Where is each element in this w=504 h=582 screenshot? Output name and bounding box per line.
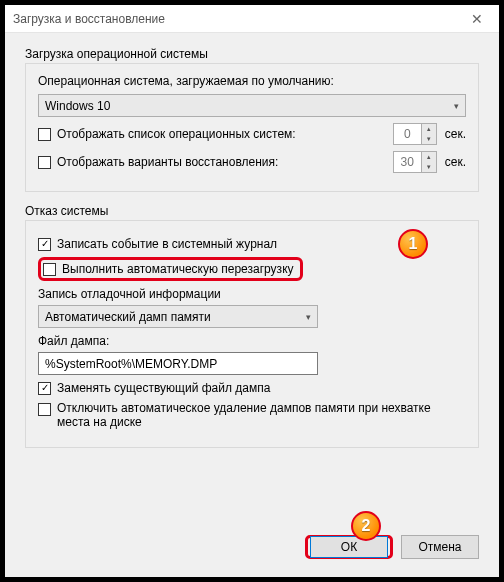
dialog-buttons: 2 ОК Отмена bbox=[5, 523, 499, 577]
seconds-unit: сек. bbox=[445, 127, 466, 141]
ok-button-highlight: ОК bbox=[305, 535, 393, 559]
dump-type-select[interactable]: Автоматический дамп памяти ▾ bbox=[38, 305, 318, 328]
dump-type-value: Автоматический дамп памяти bbox=[45, 310, 211, 324]
overwrite-checkbox[interactable]: ✓ bbox=[38, 382, 51, 395]
debug-info-label: Запись отладочной информации bbox=[38, 287, 466, 301]
disable-auto-delete-label: Отключить автоматическое удаление дампов… bbox=[57, 401, 466, 429]
callout-2: 2 bbox=[351, 511, 381, 541]
dump-file-label: Файл дампа: bbox=[38, 334, 466, 348]
startup-group: Загрузка операционной системы Операционн… bbox=[25, 47, 479, 192]
default-os-label: Операционная система, загружаемая по умо… bbox=[38, 74, 466, 88]
disable-auto-delete-checkbox[interactable] bbox=[38, 403, 51, 416]
spinner-down-icon[interactable]: ▼ bbox=[422, 162, 436, 172]
show-os-list-seconds[interactable]: 0 ▲▼ bbox=[393, 123, 437, 145]
spinner-up-icon[interactable]: ▲ bbox=[422, 152, 436, 162]
log-event-checkbox[interactable]: ✓ bbox=[38, 238, 51, 251]
show-recovery-checkbox[interactable] bbox=[38, 156, 51, 169]
log-event-label: Записать событие в системный журнал bbox=[57, 237, 277, 251]
seconds-unit: сек. bbox=[445, 155, 466, 169]
chevron-down-icon: ▾ bbox=[454, 101, 459, 111]
overwrite-label: Заменять существующий файл дампа bbox=[57, 381, 270, 395]
spinner-up-icon[interactable]: ▲ bbox=[422, 124, 436, 134]
window-title: Загрузка и восстановление bbox=[13, 12, 463, 26]
failure-group: Отказ системы ✓ Записать событие в систе… bbox=[25, 204, 479, 448]
cancel-button[interactable]: Отмена bbox=[401, 535, 479, 559]
default-os-value: Windows 10 bbox=[45, 99, 110, 113]
content-area: Загрузка операционной системы Операционн… bbox=[5, 33, 499, 523]
ok-button[interactable]: ОК bbox=[310, 536, 388, 558]
default-os-select[interactable]: Windows 10 ▾ bbox=[38, 94, 466, 117]
auto-restart-label: Выполнить автоматическую перезагрузку bbox=[62, 262, 294, 276]
failure-group-label: Отказ системы bbox=[25, 204, 479, 218]
auto-restart-checkbox[interactable] bbox=[43, 263, 56, 276]
close-icon[interactable]: ✕ bbox=[463, 9, 491, 29]
chevron-down-icon: ▾ bbox=[306, 312, 311, 322]
spinner-down-icon[interactable]: ▼ bbox=[422, 134, 436, 144]
show-recovery-seconds[interactable]: 30 ▲▼ bbox=[393, 151, 437, 173]
callout-1: 1 bbox=[398, 229, 428, 259]
dialog-window: Загрузка и восстановление ✕ Загрузка опе… bbox=[5, 5, 499, 577]
startup-group-label: Загрузка операционной системы bbox=[25, 47, 479, 61]
show-os-list-label: Отображать список операционных систем: bbox=[57, 127, 383, 141]
auto-restart-highlight: Выполнить автоматическую перезагрузку bbox=[38, 257, 303, 281]
show-os-list-checkbox[interactable] bbox=[38, 128, 51, 141]
show-recovery-label: Отображать варианты восстановления: bbox=[57, 155, 383, 169]
titlebar: Загрузка и восстановление ✕ bbox=[5, 5, 499, 33]
dump-file-input[interactable] bbox=[38, 352, 318, 375]
